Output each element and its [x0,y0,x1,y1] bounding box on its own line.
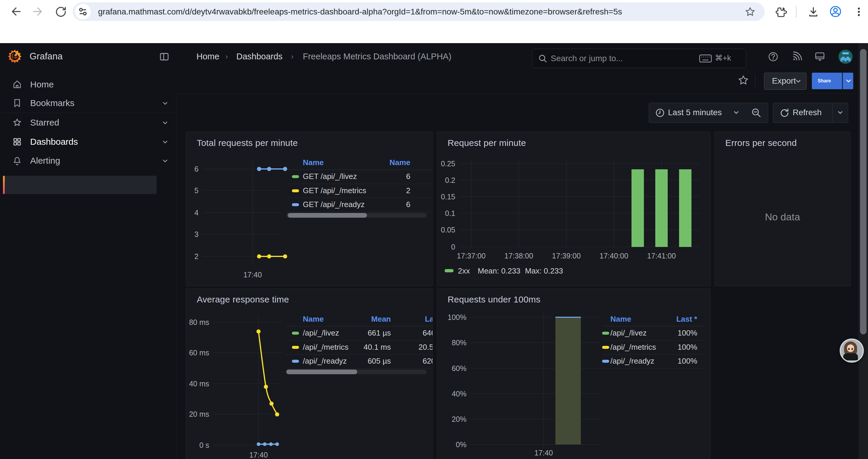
favorite-star-icon[interactable] [737,74,749,86]
floating-avatar-widget[interactable] [840,338,864,363]
svg-text:4: 4 [194,208,198,217]
svg-text:17:40: 17:40 [243,270,262,279]
sidebar-item-alerting[interactable]: Alerting [0,152,176,169]
grafana-sidebar: Grafana Home Bookmarks Starred Dashboard… [0,43,176,459]
svg-text:17:38:00: 17:38:00 [504,252,533,260]
sidebar-item-bookmarks[interactable]: Bookmarks [0,95,176,112]
table-hscrollbar[interactable] [286,369,427,374]
series-value: 646 µs [286,326,433,340]
chevron-down-icon [795,77,802,85]
back-icon[interactable] [9,5,22,18]
sidebar-item-dashboards[interactable]: Dashboards [0,133,176,150]
legend-table: NameName GET /api/_/livez6 GET /api/_/me… [286,157,433,219]
legend-table: NameLast * /api/_/livez100% /api/_/metri… [602,314,704,376]
panel-requests-under-100ms[interactable]: Requests under 100ms 100%80%60%40%20%0%1… [437,288,711,459]
share-button[interactable]: Share [812,73,842,89]
news-rss-icon[interactable] [791,51,802,62]
forward-icon[interactable] [32,5,45,18]
time-range-label: Last 5 minutes [668,103,722,122]
search-box[interactable]: ⌘+k [532,49,746,68]
panel-total-requests-per-minute[interactable]: Total requests per minute 6543217:40 Nam… [186,132,433,286]
panel-average-response-time[interactable]: Average response time 80 ms60 ms40 ms20 … [186,288,433,459]
download-icon[interactable] [807,6,819,18]
browser-toolbar: grafana.mathmast.com/d/deytv4rwavabkb/fr… [0,0,868,23]
star-icon [12,118,22,127]
series-value: 620 µs [286,354,433,368]
help-icon[interactable] [768,51,779,62]
grafana-logo[interactable] [8,49,22,63]
svg-text:0.1: 0.1 [445,209,455,218]
svg-text:2: 2 [194,252,198,261]
time-range-picker[interactable]: Last 5 minutes [649,103,745,123]
share-dropdown-button[interactable] [843,73,853,89]
reload-icon[interactable] [54,5,67,18]
legend-table: NameMeanLast * /api/_/livez661 µs646 µs … [286,314,433,376]
svg-text:0.15: 0.15 [441,193,455,201]
chevron-down-icon[interactable] [161,100,169,107]
sidebar-item-starred[interactable]: Starred [0,114,176,131]
extensions-icon[interactable] [775,6,787,18]
table-row[interactable]: /api/_/readyz605 µs620 µs [286,354,433,368]
scrollbar-thumb[interactable] [860,49,867,334]
search-input[interactable] [550,49,693,68]
table-row[interactable]: GET /api/_/readyz6 [286,198,433,211]
chevron-down-icon[interactable] [161,138,169,146]
kebab-menu-icon[interactable] [852,6,865,18]
site-controls-icon[interactable] [75,4,91,20]
table-row[interactable]: /api/_/livez661 µs646 µs [286,326,433,340]
series-value: 2 [286,184,410,198]
brand-name: Grafana [30,43,63,70]
zoom-out-button[interactable] [745,103,768,123]
table-row[interactable]: GET /api/_/metrics2 [286,184,433,198]
export-button[interactable]: Export [764,73,807,90]
legend-swatch [445,269,454,272]
chevron-down-icon[interactable] [161,157,169,165]
table-row[interactable]: /api/_/livez100% [602,326,704,340]
legend-series[interactable]: 2xx [458,266,470,276]
active-item-accent [3,176,5,194]
url-bar[interactable]: grafana.mathmast.com/d/deytv4rwavabkb/fr… [73,2,765,21]
table-header[interactable]: Last * [602,314,697,326]
profile-icon[interactable] [829,5,842,18]
sidebar-item-home[interactable]: Home [0,76,176,93]
table-row[interactable]: /api/_/readyz100% [602,354,704,368]
svg-text:17:40: 17:40 [534,449,553,457]
svg-text:6: 6 [194,165,198,173]
chevron-down-icon [836,109,844,117]
panel-title[interactable]: Errors per second [725,138,797,148]
dashboards-grid-icon [12,137,22,146]
breadcrumb-dashboards[interactable]: Dashboards [236,43,282,70]
svg-text:0%: 0% [456,440,466,449]
user-avatar[interactable] [838,50,852,64]
table-header[interactable]: Name [286,157,410,169]
breadcrumb-current: Freeleaps Metrics Dashboard (ALPHA) [303,43,452,70]
display-monitor-icon[interactable] [814,51,826,62]
breadcrumb-home[interactable]: Home [196,43,219,70]
table-row[interactable]: /api/_/metrics100% [602,340,704,354]
svg-text:20%: 20% [452,415,466,423]
series-value: 6 [286,198,410,211]
bookmark-icon [12,98,22,108]
refresh-interval-dropdown[interactable] [832,103,848,123]
table-hscrollbar[interactable] [286,213,427,218]
table-header[interactable]: Last * [286,314,433,326]
url-text[interactable]: grafana.mathmast.com/d/deytv4rwavabkb/fr… [98,2,622,21]
table-row[interactable]: /api/_/metrics40.1 ms20.5 ms [286,340,433,354]
svg-text:0.25: 0.25 [441,160,455,168]
table-row[interactable]: GET /api/_/livez6 [286,169,433,184]
chevron-down-icon[interactable] [161,119,169,127]
avatar-pixel [840,57,850,61]
screen: grafana.mathmast.com/d/deytv4rwavabkb/fr… [0,0,868,459]
refresh-button[interactable]: Refresh [773,103,833,123]
svg-text:60 ms: 60 ms [189,349,209,357]
bookmark-star-icon[interactable] [745,6,756,18]
series-value: 20.5 ms [286,340,433,354]
home-icon [12,80,22,89]
request-per-minute-chart[interactable]: 0.250.20.150.10.05017:37:0017:38:0017:39… [437,132,710,286]
collapse-sidebar-icon[interactable] [159,52,169,62]
series-value: 100% [602,340,697,354]
avatar-eye [848,348,850,350]
panel-request-per-minute[interactable]: Request per minute 0.250.20.150.10.05017… [437,132,711,286]
series-value: 6 [286,169,410,184]
panel-errors-per-second[interactable]: Errors per second No data [714,132,850,286]
